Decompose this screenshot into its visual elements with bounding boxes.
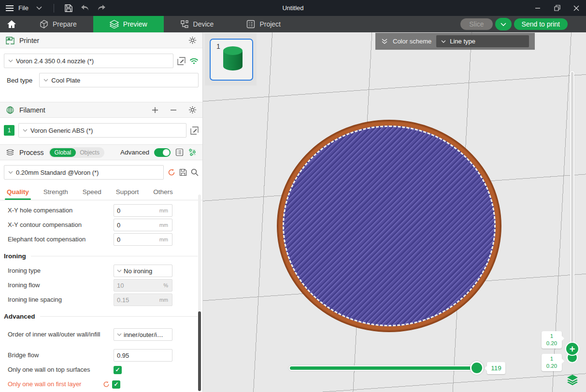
setting-row: Ironing flow %: [0, 278, 202, 293]
cube-icon: [40, 20, 48, 28]
bed-type-select[interactable]: Cool Plate: [39, 73, 199, 87]
title-bar: File Untitled: [0, 0, 586, 16]
setting-row: X-Y hole compensation mm: [0, 203, 202, 218]
home-button[interactable]: [0, 16, 23, 32]
ironing-type-select[interactable]: No ironing: [114, 265, 172, 277]
tab-support[interactable]: Support: [116, 184, 139, 200]
chevron-down-icon: [117, 269, 122, 272]
setting-row: Order of inner wall/outer wall/infill in…: [0, 324, 202, 345]
tab-prepare[interactable]: Prepare: [23, 16, 93, 32]
setting-row: Only one wall on top surfaces ✓: [0, 363, 202, 377]
process-section-header: Process Global Objects Advanced: [0, 144, 202, 160]
wall-order-select[interactable]: inner/outer/i…: [114, 328, 172, 341]
printer-settings-gear-icon[interactable]: [188, 36, 197, 44]
layer-slider-upper-tooltip: 1 0.20: [542, 331, 562, 349]
minimize-button[interactable]: [528, 0, 547, 16]
undo-button[interactable]: [79, 2, 91, 14]
process-tab-bar: Quality Strength Speed Support Others: [0, 183, 202, 200]
device-icon: [180, 20, 189, 28]
chevron-down-icon: [23, 129, 28, 132]
advanced-label: Advanced: [120, 149, 149, 156]
horizontal-move-slider-track[interactable]: [289, 365, 484, 371]
scope-global[interactable]: Global: [50, 148, 76, 157]
remove-filament-button[interactable]: [170, 107, 177, 113]
wifi-icon[interactable]: [189, 57, 199, 65]
save-button[interactable]: [63, 2, 74, 14]
edit-printer-preset-icon[interactable]: [177, 57, 186, 65]
scope-objects[interactable]: Objects: [76, 148, 103, 157]
tab-strength[interactable]: Strength: [43, 184, 68, 200]
bridge-flow-input[interactable]: [114, 349, 172, 362]
plus-icon: +: [570, 344, 575, 354]
layer-slider-lower-tooltip: 1 0.20: [542, 354, 562, 371]
file-menu[interactable]: File: [18, 4, 29, 12]
add-filament-button[interactable]: [152, 107, 158, 113]
printer-preset-select[interactable]: Voron 2.4 350 0.4 nozzle (*): [4, 54, 173, 68]
setting-row: Ironing type No ironing: [0, 264, 202, 278]
ironing-group-header: Ironing: [0, 247, 202, 264]
file-menu-chevron-down-icon[interactable]: [33, 2, 45, 14]
toolbar-divider: [54, 4, 54, 13]
tab-project[interactable]: Project: [230, 16, 297, 32]
send-options-button[interactable]: [495, 18, 512, 30]
view-options-bar: Color scheme Line type: [375, 33, 535, 50]
bed-type-label: Bed type: [4, 77, 32, 84]
close-button[interactable]: [567, 0, 586, 16]
object-number: 1: [216, 42, 220, 50]
elephant-foot-compensation-input[interactable]: mm: [114, 233, 172, 246]
maximize-button[interactable]: [547, 0, 567, 16]
printer-section-header: Printer: [0, 32, 202, 48]
filament-preset-select[interactable]: Voron Generic ABS (*): [18, 123, 186, 138]
process-scope-toggle[interactable]: Global Objects: [49, 147, 104, 158]
plate-thumbnail-zone: 1: [205, 33, 257, 85]
printer-section-title: Printer: [19, 37, 39, 44]
hamburger-menu-icon[interactable]: [6, 5, 14, 11]
sidebar-scrollbar-thumb[interactable]: [198, 311, 201, 391]
setting-row: Ironing line spacing mm: [0, 293, 202, 307]
redo-button[interactable]: [96, 2, 107, 14]
horizontal-slider-value: 119: [487, 362, 505, 374]
filament-slot-badge[interactable]: 1: [4, 125, 14, 136]
process-preset-select[interactable]: 0.20mm Standard @Voron (*): [4, 165, 164, 180]
send-to-print-button[interactable]: Send to print: [514, 18, 568, 30]
setting-row: Only one wall on first layer ✓: [0, 377, 202, 392]
sliced-layer-infill: [283, 126, 496, 326]
preview-3d-viewport[interactable]: 1 Color scheme Line type 119: [203, 32, 586, 392]
edit-filament-preset-icon[interactable]: [190, 126, 199, 135]
process-section-title: Process: [19, 149, 44, 156]
reset-modified-value-icon[interactable]: [103, 381, 110, 388]
tab-preview[interactable]: Preview: [93, 16, 164, 32]
layer-stack-icon[interactable]: [566, 373, 579, 387]
line-type-select[interactable]: Line type: [436, 35, 529, 47]
collapse-double-chevron-icon[interactable]: [381, 39, 388, 44]
one-wall-first-layer-checkbox[interactable]: ✓: [112, 380, 120, 389]
setting-list-icon[interactable]: [175, 148, 184, 156]
tab-quality[interactable]: Quality: [7, 184, 29, 200]
filament-icon: [6, 106, 14, 114]
setting-row: Elephant foot compensation mm: [0, 232, 202, 247]
setting-row: Bridge flow: [0, 348, 202, 363]
object-thumbnail[interactable]: 1: [210, 39, 253, 81]
save-preset-icon[interactable]: [179, 168, 187, 176]
tab-device[interactable]: Device: [164, 16, 230, 32]
chevron-down-icon: [8, 171, 13, 174]
tab-others[interactable]: Others: [153, 184, 173, 200]
tune-parameters-icon[interactable]: [188, 148, 197, 156]
ironing-flow-input: %: [114, 279, 172, 292]
layer-slider-upper-handle[interactable]: +: [565, 342, 579, 356]
tab-speed[interactable]: Speed: [83, 184, 101, 200]
advanced-toggle[interactable]: [154, 148, 171, 157]
chevron-down-icon: [441, 40, 446, 43]
slice-button[interactable]: Slice: [460, 18, 492, 30]
filament-settings-gear-icon[interactable]: [188, 106, 197, 114]
horizontal-move-slider-thumb[interactable]: [470, 361, 484, 375]
xy-contour-compensation-input[interactable]: mm: [114, 219, 172, 231]
xy-hole-compensation-input[interactable]: mm: [114, 204, 172, 217]
search-settings-icon[interactable]: [191, 168, 199, 176]
chevron-down-icon: [500, 23, 506, 26]
layer-slider-track[interactable]: [570, 71, 574, 350]
chevron-down-icon: [117, 333, 122, 336]
reset-preset-icon[interactable]: [168, 168, 175, 176]
chevron-down-icon: [43, 79, 48, 82]
one-wall-top-checkbox[interactable]: ✓: [114, 366, 122, 374]
